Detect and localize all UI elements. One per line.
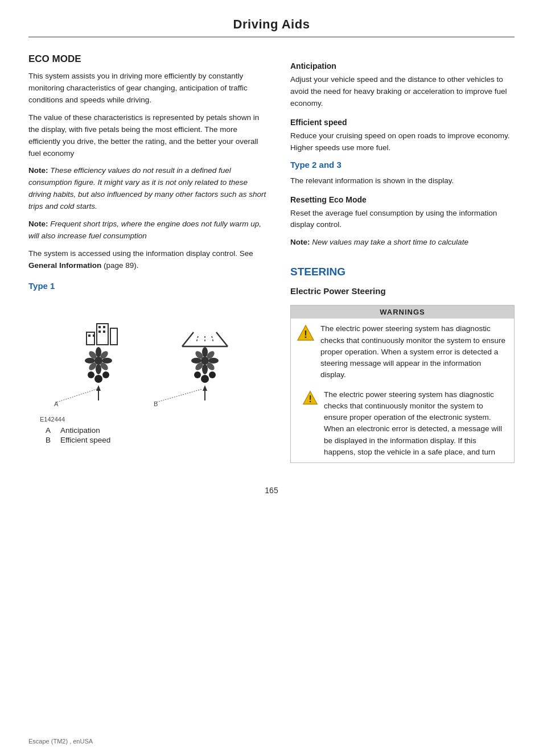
footer-text: Escape (TM2) , enUSA (28, 738, 93, 745)
svg-text:B: B (154, 400, 158, 407)
svg-rect-6 (103, 326, 105, 328)
svg-rect-0 (87, 332, 94, 345)
svg-text:!: ! (304, 329, 307, 340)
svg-point-13 (102, 358, 112, 363)
page-number: 165 (28, 486, 515, 495)
diagram-label: E142444 (40, 416, 268, 423)
warning-icon-1: ! (297, 324, 315, 342)
eco-mode-para3: The system is accessed using the informa… (28, 248, 268, 272)
steering-heading: STEERING (290, 266, 515, 278)
eco-mode-heading: ECO MODE (28, 53, 268, 65)
svg-point-40 (209, 371, 216, 378)
svg-point-18 (88, 371, 94, 378)
svg-line-26 (196, 336, 198, 342)
svg-point-12 (85, 358, 95, 363)
svg-line-24 (216, 332, 228, 346)
warning-item-1: ! The electric power steering system has… (291, 319, 514, 385)
svg-point-11 (96, 364, 101, 374)
svg-point-20 (102, 371, 109, 378)
svg-rect-3 (88, 334, 90, 337)
anticipation-heading: Anticipation (290, 61, 515, 71)
caption-a-letter: A (46, 426, 56, 435)
svg-point-31 (202, 364, 208, 374)
svg-point-19 (94, 375, 102, 383)
svg-point-32 (191, 358, 201, 363)
svg-point-38 (194, 371, 201, 378)
eco-mode-para1: This system assists you in driving more … (28, 71, 268, 106)
svg-line-23 (182, 332, 194, 346)
svg-line-46 (157, 389, 202, 402)
anticipation-text: Adjust your vehicle speed and the distan… (290, 74, 515, 110)
type23-heading: Type 2 and 3 (290, 160, 515, 170)
electric-power-steering-heading: Electric Power Steering (290, 286, 515, 296)
type23-text: The relevant information is shown in the… (290, 175, 515, 187)
page-title: Driving Aids (28, 17, 515, 32)
svg-text:A: A (54, 400, 59, 407)
svg-point-33 (208, 358, 219, 363)
svg-point-39 (201, 375, 209, 383)
warning-text-2: The electric power steering system has d… (324, 389, 508, 458)
svg-rect-7 (98, 331, 101, 333)
svg-line-28 (212, 336, 213, 342)
eco-mode-note1: Note: These efficiency values do not res… (28, 165, 268, 213)
warning-icon-2: ! (302, 390, 318, 406)
caption-a-text: Anticipation (60, 426, 100, 435)
efficient-speed-heading: Efficient speed (290, 118, 515, 127)
eco-mode-para2: The value of these characteristics is re… (28, 112, 268, 160)
svg-text:!: ! (308, 394, 311, 404)
resetting-text: Reset the average fuel consumption by us… (290, 208, 515, 232)
eco-diagram: A B (40, 301, 245, 412)
svg-marker-22 (96, 385, 101, 391)
svg-rect-2 (110, 328, 117, 345)
svg-marker-42 (203, 385, 207, 391)
eco-mode-note2: Note: Frequent short trips, where the en… (28, 218, 268, 242)
caption-b-letter: B (46, 436, 56, 444)
svg-rect-4 (93, 334, 95, 337)
svg-rect-8 (103, 331, 105, 333)
svg-line-44 (57, 389, 97, 402)
caption-b-text: Efficient speed (60, 436, 110, 444)
svg-point-10 (96, 347, 101, 357)
warning-text-1: The electric power steering system has d… (320, 323, 508, 381)
efficient-speed-text: Reduce your cruising speed on open roads… (290, 130, 515, 154)
resetting-heading: Resetting Eco Mode (290, 195, 515, 204)
type1-heading: Type 1 (28, 281, 268, 291)
warnings-box: WARNINGS ! The electric power steering s… (290, 305, 515, 463)
resetting-note: Note: New values may take a short time t… (290, 237, 515, 249)
svg-point-30 (202, 347, 208, 357)
svg-rect-5 (98, 326, 101, 328)
warning-item-2: ! The electric power steering system has… (291, 386, 514, 463)
warnings-header: WARNINGS (291, 305, 514, 319)
